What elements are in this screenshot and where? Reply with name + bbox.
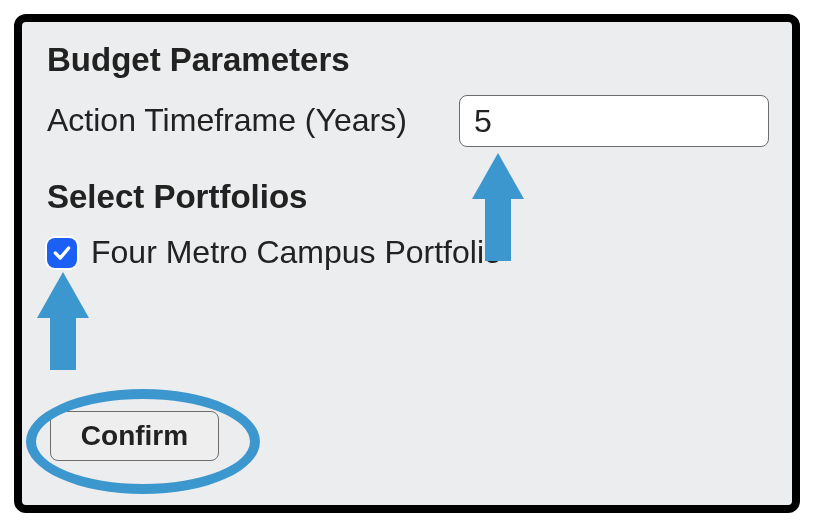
select-portfolios-heading: Select Portfolios <box>47 178 307 216</box>
dialog-frame: Budget Parameters Action Timeframe (Year… <box>14 14 800 513</box>
portfolio-checkbox[interactable] <box>47 238 77 268</box>
confirm-button[interactable]: Confirm <box>50 411 219 461</box>
annotation-arrow-checkbox <box>37 272 89 370</box>
checkmark-icon <box>52 243 72 263</box>
action-timeframe-input[interactable] <box>459 95 769 147</box>
budget-parameters-heading: Budget Parameters <box>47 41 350 79</box>
dialog-content: Budget Parameters Action Timeframe (Year… <box>22 22 792 505</box>
portfolio-option-row: Four Metro Campus Portfolio <box>47 234 502 271</box>
action-timeframe-label: Action Timeframe (Years) <box>47 102 407 139</box>
portfolio-checkbox-label: Four Metro Campus Portfolio <box>91 234 502 271</box>
